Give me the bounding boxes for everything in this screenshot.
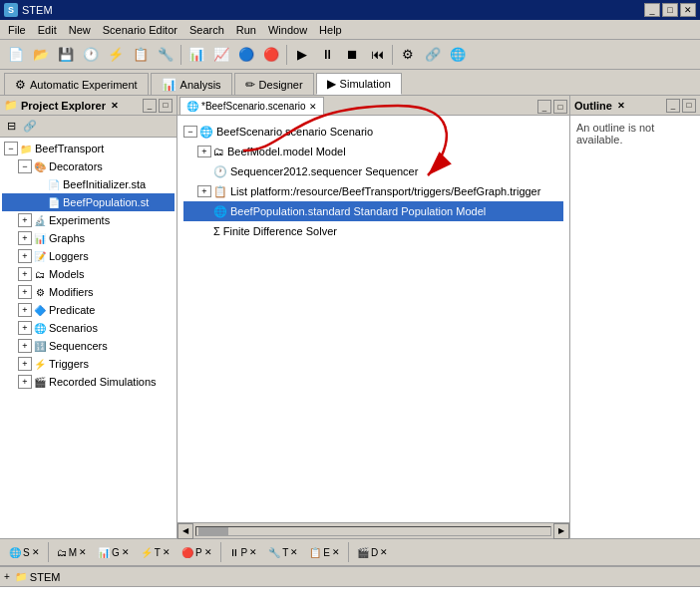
scenario-item-finite-diff[interactable]: Σ Finite Difference Solver <box>183 221 563 241</box>
g-close[interactable]: ✕ <box>122 547 130 557</box>
collapse-all-btn[interactable]: ⊟ <box>2 118 20 136</box>
tree-item-recorded-simulations[interactable]: + 🎬 Recorded Simulations <box>2 373 175 391</box>
tree-item-predicate[interactable]: + 🔷 Predicate <box>2 301 175 319</box>
expander-scenarios[interactable]: + <box>18 321 32 335</box>
bottom-btn-m[interactable]: 🗂 M ✕ <box>52 541 92 563</box>
tab-automatic-experiment[interactable]: ⚙ Automatic Experiment <box>4 73 149 95</box>
p2-close[interactable]: ✕ <box>249 547 257 557</box>
menu-search[interactable]: Search <box>183 22 230 38</box>
expander-graphs[interactable]: + <box>18 231 32 245</box>
tool2[interactable]: 📋 <box>129 43 153 67</box>
tree-item-decorators[interactable]: − 🎨 Decorators <box>2 157 175 175</box>
tab-analysis[interactable]: 📊 Analysis <box>151 73 232 95</box>
save-btn[interactable]: 💾 <box>54 43 78 67</box>
t2-close[interactable]: ✕ <box>290 547 298 557</box>
bottom-btn-p2[interactable]: ⏸ P ✕ <box>224 541 263 563</box>
panel-maximize-btn[interactable]: □ <box>159 99 173 113</box>
list-expander[interactable]: + <box>197 185 211 197</box>
open-btn[interactable]: 📂 <box>29 43 53 67</box>
expand-icon[interactable]: + <box>4 571 10 582</box>
editor-maximize-btn[interactable]: □ <box>553 100 567 114</box>
window-controls[interactable]: _ □ ✕ <box>644 3 696 17</box>
tree-item-beefinitializer[interactable]: 📄 BeefInitializer.sta <box>2 175 175 193</box>
tree-item-triggers[interactable]: + ⚡ Triggers <box>2 355 175 373</box>
tool7[interactable]: 🔴 <box>259 43 283 67</box>
tool9[interactable]: 🌐 <box>446 43 470 67</box>
d-close[interactable]: ✕ <box>380 547 388 557</box>
editor-scrollbar[interactable]: ◀ ▶ <box>177 522 569 538</box>
menu-scenario-editor[interactable]: Scenario Editor <box>97 22 183 38</box>
expander-experiments[interactable]: + <box>18 213 32 227</box>
expander-loggers[interactable]: + <box>18 249 32 263</box>
t1-close[interactable]: ✕ <box>163 547 171 557</box>
editor-tab-close-btn[interactable]: ✕ <box>309 102 317 112</box>
expander-triggers[interactable]: + <box>18 357 32 371</box>
tree-item-beefpopulation[interactable]: 📄 BeefPopulation.st <box>2 193 175 211</box>
scenario-item-list[interactable]: + 📋 List platform:/resource/BeefTranspor… <box>183 181 563 201</box>
menu-file[interactable]: File <box>2 22 32 38</box>
model-expander[interactable]: + <box>197 146 211 157</box>
tree-item-loggers[interactable]: + 📝 Loggers <box>2 247 175 265</box>
config-btn[interactable]: ⚙ <box>396 43 420 67</box>
expander-beeftransport[interactable]: − <box>4 142 18 155</box>
tool3[interactable]: 🔧 <box>154 43 177 67</box>
tool6[interactable]: 🔵 <box>234 43 258 67</box>
scroll-left-btn[interactable]: ◀ <box>177 523 193 539</box>
scenario-root[interactable]: − 🌐 BeefScenario.scenario Scenario <box>183 122 563 142</box>
scenario-item-sequencer[interactable]: 🕐 Sequencer2012.sequencer Sequencer <box>183 161 563 181</box>
expander-decorators[interactable]: − <box>18 159 32 173</box>
editor-tab-beefscenario[interactable]: 🌐 *BeefScenario.scenario ✕ <box>179 97 324 115</box>
tree-item-sequencers[interactable]: + 🔢 Sequencers <box>2 337 175 355</box>
bottom-btn-e[interactable]: 📋 E ✕ <box>304 541 345 563</box>
minimize-button[interactable]: _ <box>644 3 660 17</box>
menu-edit[interactable]: Edit <box>32 22 63 38</box>
scenario-item-beefpop-standard[interactable]: 🌐 BeefPopulation.standard Standard Popul… <box>183 201 563 221</box>
scroll-thumb[interactable] <box>198 527 228 535</box>
link-editor-btn[interactable]: 🔗 <box>21 118 39 136</box>
clock-btn[interactable]: 🕐 <box>79 43 103 67</box>
bottom-btn-g[interactable]: 📊 G ✕ <box>93 541 135 563</box>
tab-simulation[interactable]: ▶ Simulation <box>316 73 402 95</box>
tree-item-scenarios[interactable]: + 🌐 Scenarios <box>2 319 175 337</box>
prev-btn[interactable]: ⏮ <box>365 43 389 67</box>
e-close[interactable]: ✕ <box>332 547 340 557</box>
new-btn[interactable]: 📄 <box>4 43 28 67</box>
scenario-item-beefmodel[interactable]: + 🗂 BeefModel.model Model <box>183 142 563 161</box>
tree-item-models[interactable]: + 🗂 Models <box>2 265 175 283</box>
bottom-btn-t2[interactable]: 🔧 T ✕ <box>263 541 303 563</box>
expander-modifiers[interactable]: + <box>18 285 32 299</box>
tool8[interactable]: 🔗 <box>421 43 445 67</box>
bottom-btn-t1[interactable]: ⚡ T ✕ <box>136 541 175 563</box>
p1-close[interactable]: ✕ <box>204 547 212 557</box>
close-button[interactable]: ✕ <box>680 3 696 17</box>
play-btn[interactable]: ▶ <box>290 43 314 67</box>
menu-new[interactable]: New <box>63 22 97 38</box>
bottom-btn-d[interactable]: 🎬 D ✕ <box>352 541 393 563</box>
tree-item-experiments[interactable]: + 🔬 Experiments <box>2 211 175 229</box>
stop-btn[interactable]: ⏹ <box>340 43 364 67</box>
tool1[interactable]: ⚡ <box>104 43 128 67</box>
tree-item-modifiers[interactable]: + ⚙ Modifiers <box>2 283 175 301</box>
outline-maximize-btn[interactable]: □ <box>682 99 696 113</box>
tool5[interactable]: 📈 <box>209 43 233 67</box>
maximize-button[interactable]: □ <box>662 3 678 17</box>
menu-window[interactable]: Window <box>262 22 313 38</box>
editor-minimize-btn[interactable]: _ <box>537 100 551 114</box>
bottom-btn-s1[interactable]: 🌐 S ✕ <box>4 541 45 563</box>
menu-run[interactable]: Run <box>230 22 262 38</box>
expander-predicate[interactable]: + <box>18 303 32 317</box>
root-expander[interactable]: − <box>183 126 197 138</box>
bottom-btn-p1[interactable]: 🔴 P ✕ <box>176 541 217 563</box>
expander-sequencers[interactable]: + <box>18 339 32 353</box>
outline-minimize-btn[interactable]: _ <box>666 99 680 113</box>
tree-item-graphs[interactable]: + 📊 Graphs <box>2 229 175 247</box>
pause-btn[interactable]: ⏸ <box>315 43 339 67</box>
tab-designer[interactable]: ✏ Designer <box>234 73 314 95</box>
panel-minimize-btn[interactable]: _ <box>143 99 157 113</box>
s1-close[interactable]: ✕ <box>32 547 40 557</box>
menu-help[interactable]: Help <box>313 22 348 38</box>
scroll-track[interactable] <box>195 526 551 536</box>
expander-recorded[interactable]: + <box>18 375 32 389</box>
expander-models[interactable]: + <box>18 267 32 281</box>
tool4[interactable]: 📊 <box>184 43 208 67</box>
